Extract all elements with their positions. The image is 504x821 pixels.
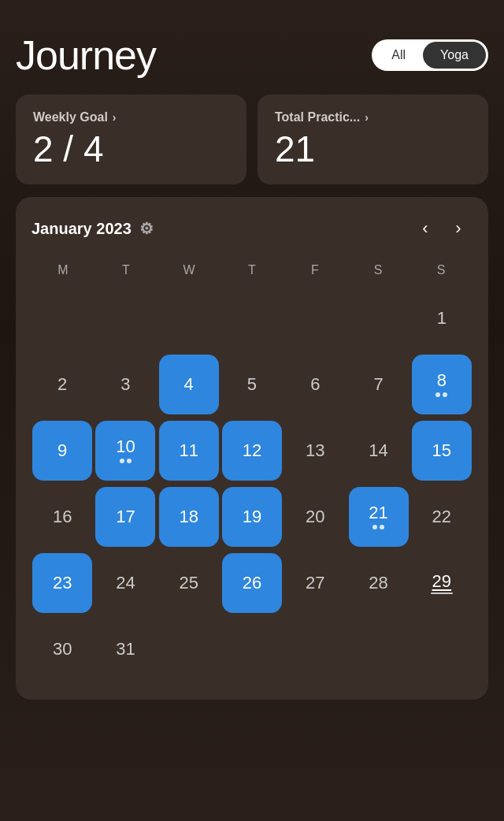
day-number: 2 xyxy=(57,376,67,393)
day-number: 5 xyxy=(247,376,257,393)
calendar-day[interactable]: 4 xyxy=(159,355,219,414)
day-number: 25 xyxy=(179,574,198,592)
calendar-day[interactable]: 1 xyxy=(412,288,472,348)
calendar-day[interactable]: 2 xyxy=(32,355,92,414)
calendar-day[interactable]: 12 xyxy=(222,421,282,481)
dow-header: F xyxy=(284,258,346,282)
weekly-goal-chevron: › xyxy=(113,111,117,124)
day-number: 18 xyxy=(179,508,198,526)
prev-month-button[interactable]: ‹ xyxy=(411,214,439,243)
stats-row: Weekly Goal › 2 / 4 Total Practic... › 2… xyxy=(16,95,488,184)
calendar-day[interactable]: 15 xyxy=(412,421,472,481)
calendar-day xyxy=(349,619,409,679)
activity-dots xyxy=(120,459,132,463)
total-practice-label: Total Practic... › xyxy=(275,110,471,124)
calendar-day[interactable]: 3 xyxy=(95,355,155,414)
day-number: 9 xyxy=(57,442,67,459)
activity-dot xyxy=(120,459,124,463)
activity-dots xyxy=(435,392,447,397)
calendar-day[interactable]: 20 xyxy=(285,487,345,547)
calendar-day[interactable]: 11 xyxy=(159,421,219,481)
day-number: 23 xyxy=(53,574,72,592)
calendar-day[interactable]: 29 xyxy=(412,553,472,613)
calendar-day[interactable]: 26 xyxy=(222,553,282,613)
calendar-day[interactable]: 14 xyxy=(349,421,409,481)
dow-header: M xyxy=(32,258,94,282)
calendar-day[interactable]: 21 xyxy=(349,487,409,547)
calendar-day[interactable]: 7 xyxy=(349,355,409,414)
calendar-day xyxy=(222,619,282,679)
calendar-day[interactable]: 24 xyxy=(95,553,155,613)
app-container: Journey All Yoga Weekly Goal › 2 / 4 Tot… xyxy=(0,0,504,821)
activity-dot xyxy=(435,392,440,397)
day-number: 1 xyxy=(437,310,447,327)
calendar-day xyxy=(349,288,409,348)
calendar-header: January 2023 ⚙ ‹ › xyxy=(32,214,472,243)
next-month-button[interactable]: › xyxy=(444,214,472,243)
day-number: 13 xyxy=(306,442,324,459)
filter-toggle[interactable]: All Yoga xyxy=(372,39,488,71)
calendar-day[interactable]: 31 xyxy=(95,619,155,679)
weekly-goal-card[interactable]: Weekly Goal › 2 / 4 xyxy=(16,95,246,184)
settings-icon[interactable]: ⚙ xyxy=(139,219,154,238)
activity-dots xyxy=(372,525,384,529)
dow-header: W xyxy=(158,258,220,282)
calendar-day[interactable]: 28 xyxy=(349,553,409,613)
total-practice-chevron: › xyxy=(365,111,369,124)
calendar-day[interactable]: 6 xyxy=(285,355,345,414)
day-number: 7 xyxy=(373,376,383,393)
calendar-day[interactable]: 18 xyxy=(159,487,219,547)
day-number: 14 xyxy=(369,442,387,459)
day-number: 24 xyxy=(116,574,135,592)
calendar-day xyxy=(159,288,219,348)
total-practice-value: 21 xyxy=(275,131,471,167)
calendar-day[interactable]: 13 xyxy=(285,421,345,481)
day-number: 11 xyxy=(179,442,198,459)
calendar-day xyxy=(95,288,155,348)
calendar-grid: 1234567891011121314151617181920212223242… xyxy=(32,287,472,681)
calendar-day[interactable]: 17 xyxy=(95,487,155,547)
day-number: 8 xyxy=(437,372,447,389)
calendar-day xyxy=(159,619,219,679)
day-number: 31 xyxy=(116,641,135,658)
calendar-day[interactable]: 8 xyxy=(412,355,472,414)
day-number: 16 xyxy=(53,508,72,526)
day-number: 12 xyxy=(243,442,261,459)
calendar-nav: ‹ › xyxy=(411,214,472,243)
calendar-day[interactable]: 16 xyxy=(32,487,92,547)
day-number: 28 xyxy=(369,574,387,592)
calendar-day xyxy=(285,619,345,679)
total-practice-card[interactable]: Total Practic... › 21 xyxy=(258,95,488,184)
calendar-day xyxy=(32,288,92,348)
toggle-yoga[interactable]: Yoga xyxy=(423,42,486,69)
day-number: 26 xyxy=(243,574,261,592)
calendar-day[interactable]: 22 xyxy=(412,487,472,547)
today-underline xyxy=(431,593,453,594)
calendar-month: January 2023 ⚙ xyxy=(32,219,154,238)
calendar-day xyxy=(222,288,282,348)
calendar-day[interactable]: 30 xyxy=(32,619,92,679)
activity-dot xyxy=(380,525,384,529)
day-number: 4 xyxy=(184,376,194,393)
calendar-day[interactable]: 19 xyxy=(222,487,282,547)
calendar-day xyxy=(412,619,472,679)
day-number: 3 xyxy=(120,376,130,393)
calendar-day[interactable]: 9 xyxy=(32,421,92,481)
day-number: 6 xyxy=(310,376,320,393)
dow-row: MTWTFSS xyxy=(32,258,472,282)
dow-header: T xyxy=(220,258,284,282)
dow-header: S xyxy=(410,258,472,282)
day-number: 19 xyxy=(243,508,261,526)
calendar-day[interactable]: 10 xyxy=(95,421,155,481)
weekly-goal-value: 2 / 4 xyxy=(33,131,229,167)
activity-dot xyxy=(443,392,447,397)
toggle-all[interactable]: All xyxy=(374,42,423,69)
day-number: 20 xyxy=(306,508,324,526)
calendar-day[interactable]: 25 xyxy=(159,553,219,613)
calendar-day[interactable]: 23 xyxy=(32,553,92,613)
day-number: 10 xyxy=(116,438,135,455)
calendar-day[interactable]: 27 xyxy=(285,553,345,613)
dow-header: T xyxy=(94,258,158,282)
day-number: 22 xyxy=(432,508,451,526)
calendar-day[interactable]: 5 xyxy=(222,355,282,414)
